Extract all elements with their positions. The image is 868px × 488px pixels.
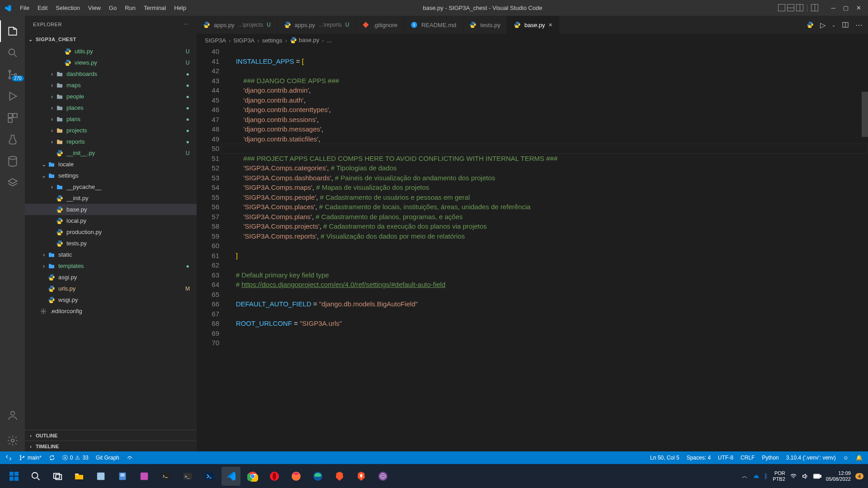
- tray-battery-icon[interactable]: [813, 473, 821, 479]
- firefox-icon[interactable]: [287, 467, 306, 486]
- run-dropdown-icon[interactable]: ⌄: [832, 23, 835, 28]
- tree-item-templates[interactable]: ›templates●: [25, 260, 197, 272]
- explorer-more-icon[interactable]: ⋯: [184, 22, 189, 28]
- tree-item-local-py[interactable]: local.py: [25, 215, 197, 226]
- tree-item-__init-py[interactable]: __init.py: [25, 192, 197, 204]
- tree-item-static[interactable]: ›static: [25, 249, 197, 260]
- opera-icon[interactable]: [265, 467, 284, 486]
- menu-edit[interactable]: Edit: [34, 3, 51, 13]
- tab-apps-py[interactable]: apps.py...\projectsU: [197, 16, 278, 34]
- breadcrumb-2[interactable]: settings: [262, 37, 283, 44]
- tree-item-production-py[interactable]: production.py: [25, 226, 197, 238]
- menu-selection[interactable]: Selection: [52, 3, 83, 13]
- tray-chevron-icon[interactable]: ︿: [742, 472, 748, 480]
- eol-button[interactable]: CRLF: [741, 455, 755, 461]
- tree-item-tests-py[interactable]: tests.py: [25, 238, 197, 249]
- search-taskbar-icon[interactable]: [26, 467, 45, 486]
- minimize-button[interactable]: ─: [830, 5, 836, 11]
- start-button[interactable]: [5, 467, 24, 486]
- tray-bluetooth-icon[interactable]: ᛒ: [764, 472, 768, 480]
- tree-item-wsgi-py[interactable]: wsgi.py: [25, 294, 197, 305]
- tree-item-maps[interactable]: ›maps●: [25, 80, 197, 91]
- project-header[interactable]: ⌄ SIGP3A_CHEST: [25, 33, 197, 46]
- tree-item-people[interactable]: ›people●: [25, 91, 197, 102]
- testing-icon[interactable]: [0, 129, 25, 150]
- tree-item-views-py[interactable]: views.pyU: [25, 57, 197, 68]
- tray-onedrive-icon[interactable]: [752, 473, 760, 480]
- vscode-taskbar-icon[interactable]: [222, 467, 241, 486]
- menu-view[interactable]: View: [85, 3, 104, 13]
- menu-file[interactable]: File: [16, 3, 33, 13]
- maximize-button[interactable]: ▢: [843, 5, 849, 11]
- indent-button[interactable]: Spaces: 4: [687, 455, 711, 461]
- tree-item-projects[interactable]: ›projects●: [25, 125, 197, 136]
- tree-item-settings[interactable]: ⌄settings: [25, 170, 197, 181]
- sync-button[interactable]: [49, 455, 55, 461]
- menu-run[interactable]: Run: [121, 3, 139, 13]
- cursor-position[interactable]: Ln 50, Col 5: [650, 455, 679, 461]
- terminal-icon[interactable]: [156, 467, 175, 486]
- tray-notifications[interactable]: 4: [855, 473, 863, 479]
- problems-button[interactable]: ⓧ0⚠33: [62, 454, 89, 462]
- tree-item-dashboards[interactable]: ›dashboards●: [25, 68, 197, 80]
- git-branch-button[interactable]: main*: [19, 455, 42, 461]
- tray-clock[interactable]: 12:0905/08/2022: [826, 470, 851, 482]
- source-control-icon[interactable]: 270: [0, 64, 25, 85]
- tree-item-reports[interactable]: ›reports●: [25, 136, 197, 147]
- remote-button[interactable]: [5, 455, 12, 461]
- app-icon-brave2[interactable]: [352, 467, 371, 486]
- run-debug-icon[interactable]: [0, 85, 25, 107]
- more-actions-icon[interactable]: ⋯: [855, 21, 863, 29]
- breadcrumb-0[interactable]: SIGP3A: [205, 37, 226, 44]
- encoding-button[interactable]: UTF-8: [718, 455, 733, 461]
- tree-item-utils-py[interactable]: utils.pyU: [25, 46, 197, 57]
- section-outline[interactable]: ›OUTLINE: [25, 430, 197, 441]
- breadcrumbs[interactable]: SIGP3A›SIGP3A›settings›base.py›...: [197, 34, 868, 47]
- tab-README-md[interactable]: iREADME.md: [404, 16, 463, 34]
- account-icon[interactable]: [0, 404, 25, 426]
- explorer-taskbar-icon[interactable]: [70, 467, 89, 486]
- powershell-icon[interactable]: [200, 467, 219, 486]
- app-icon-2[interactable]: [113, 467, 132, 486]
- tree-item-asgi-py[interactable]: asgi.py: [25, 272, 197, 283]
- breadcrumb-3[interactable]: base.py: [290, 37, 320, 44]
- cmd-icon[interactable]: >_: [178, 467, 197, 486]
- tree-item-base-py[interactable]: base.py: [25, 204, 197, 215]
- menu-help[interactable]: Help: [170, 3, 190, 13]
- breadcrumb-1[interactable]: SIGP3A: [233, 37, 255, 44]
- app-icon-1[interactable]: [91, 467, 110, 486]
- app-icon-3[interactable]: [135, 467, 154, 486]
- layout-side-icon[interactable]: [796, 4, 803, 11]
- section-timeline[interactable]: ›TIMELINE: [25, 441, 197, 451]
- gitgraph-button[interactable]: Git Graph: [96, 455, 119, 461]
- tor-icon[interactable]: [373, 467, 392, 486]
- tree-item-__pycache__[interactable]: ›__pycache__: [25, 181, 197, 192]
- tree-item--editorconfig[interactable]: .editorconfig: [25, 305, 197, 317]
- tree-item-places[interactable]: ›places●: [25, 102, 197, 113]
- chrome-icon[interactable]: [243, 467, 262, 486]
- tab-base-py[interactable]: base.py×: [507, 16, 559, 34]
- edge-icon[interactable]: [308, 467, 327, 486]
- menu-go[interactable]: Go: [105, 3, 120, 13]
- database-icon[interactable]: [0, 150, 25, 172]
- python-env-button[interactable]: 3.10.4 ('.venv': venv): [786, 455, 836, 461]
- split-editor-icon[interactable]: [842, 21, 849, 28]
- code-area[interactable]: 4041424344454647484950515253545556575859…: [197, 47, 868, 451]
- tray-language[interactable]: PORPTB2: [773, 470, 785, 482]
- tab-tests-py[interactable]: tests.py: [463, 16, 507, 34]
- layout-panel-icon[interactable]: [778, 4, 785, 11]
- layout-grid-icon[interactable]: [811, 4, 818, 11]
- extensions-icon[interactable]: [0, 107, 25, 129]
- search-icon[interactable]: [0, 42, 25, 64]
- feedback-icon[interactable]: ☺: [843, 455, 849, 461]
- tree-item-locale[interactable]: ⌄locale: [25, 159, 197, 170]
- taskview-icon[interactable]: [48, 467, 67, 486]
- code-lines[interactable]: INSTALLED_APPS = [ ### DJANGO CORE APPS …: [228, 47, 868, 451]
- tray-wifi-icon[interactable]: [790, 473, 797, 480]
- live-button[interactable]: [127, 455, 133, 461]
- breadcrumb-4[interactable]: ...: [327, 37, 332, 44]
- menu-terminal[interactable]: Terminal: [140, 3, 170, 13]
- tab--gitignore[interactable]: .gitignore: [356, 16, 404, 34]
- layout-bottom-icon[interactable]: [787, 4, 794, 11]
- tab-close-icon[interactable]: ×: [549, 21, 552, 28]
